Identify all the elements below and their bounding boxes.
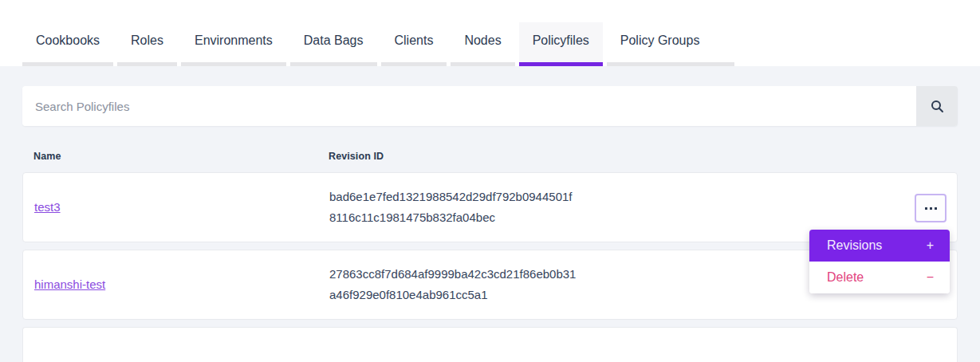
tab-roles[interactable]: Roles <box>117 22 177 66</box>
table-header: Name Revision ID <box>22 151 958 162</box>
revision-id-cell: 27863cc8f7d684af9999ba42c3cd21f86eb0b31a… <box>329 264 578 305</box>
ellipsis-icon <box>925 207 937 210</box>
tab-data-bags[interactable]: Data Bags <box>290 22 377 66</box>
row-actions-button[interactable] <box>915 194 947 222</box>
column-header-revision-id: Revision ID <box>329 151 384 162</box>
search-icon <box>931 100 944 113</box>
menu-item-delete[interactable]: Delete − <box>809 262 950 293</box>
minus-icon: − <box>927 270 934 285</box>
table-row <box>22 327 958 362</box>
revision-id-cell: bad6e1e7fed1321988542d29df792b0944501f81… <box>329 187 578 228</box>
tab-environments[interactable]: Environments <box>181 22 286 66</box>
tab-policy-groups[interactable]: Policy Groups <box>607 22 735 66</box>
policyfile-link[interactable]: test3 <box>34 200 61 214</box>
table-row: test3 bad6e1e7fed1321988542d29df792b0944… <box>22 172 958 242</box>
menu-item-label: Delete <box>827 270 864 285</box>
policyfile-link[interactable]: himanshi-test <box>34 277 105 291</box>
column-header-name: Name <box>33 151 329 162</box>
policyfile-name-cell: himanshi-test <box>34 277 329 292</box>
row-actions-menu: Revisions + Delete − <box>809 230 950 293</box>
policyfile-name-cell: test3 <box>34 200 329 214</box>
tab-clients[interactable]: Clients <box>381 22 447 66</box>
tab-bar: Cookbooks Roles Environments Data Bags C… <box>0 22 980 66</box>
tab-nodes[interactable]: Nodes <box>451 22 514 66</box>
tab-cookbooks[interactable]: Cookbooks <box>22 22 113 66</box>
menu-item-label: Revisions <box>827 238 882 253</box>
search-bar <box>22 86 958 126</box>
menu-item-revisions[interactable]: Revisions + <box>809 230 950 262</box>
search-button[interactable] <box>916 86 958 126</box>
search-input[interactable] <box>22 86 916 126</box>
policyfiles-panel: Name Revision ID test3 bad6e1e7fed132198… <box>0 66 980 362</box>
tab-policyfiles[interactable]: Policyfiles <box>519 22 603 66</box>
plus-icon: + <box>927 238 934 253</box>
